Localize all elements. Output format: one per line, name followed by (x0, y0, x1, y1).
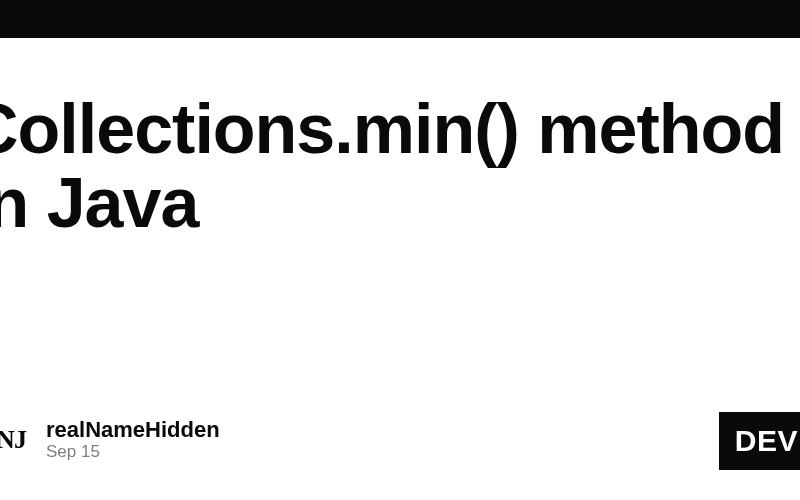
top-bar (0, 0, 800, 38)
dev-badge[interactable]: DEV (719, 412, 800, 470)
article-title: Collections.min() method in Java (0, 93, 800, 240)
author-name[interactable]: realNameHidden (46, 417, 220, 443)
author-row[interactable]: NJ realNameHidden Sep 15 (0, 417, 220, 462)
post-date: Sep 15 (46, 442, 220, 462)
author-meta: realNameHidden Sep 15 (46, 417, 220, 462)
avatar: NJ (0, 419, 32, 461)
main-content: Collections.min() method in Java (0, 38, 800, 240)
